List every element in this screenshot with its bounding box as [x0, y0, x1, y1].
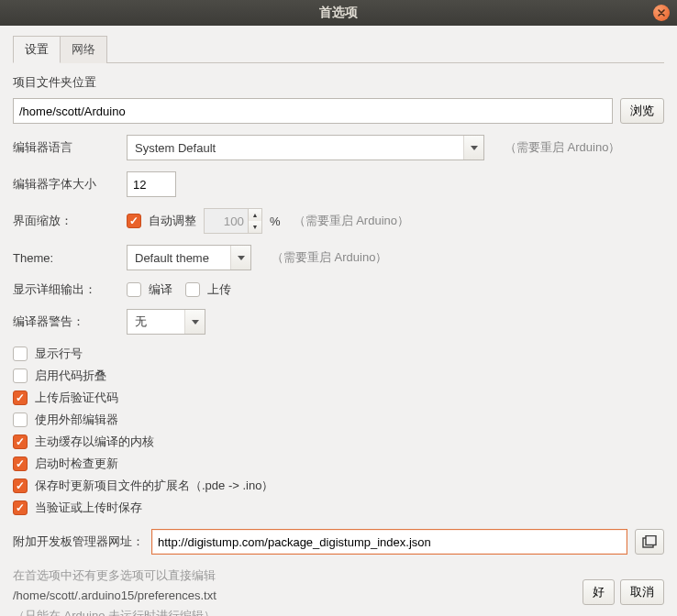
ok-button[interactable]: 好: [583, 579, 615, 605]
dialog-buttons: 好 取消: [583, 579, 664, 605]
theme-label: Theme:: [13, 251, 119, 265]
update-ext-label: 保存时更新项目文件的扩展名（.pde -> .ino）: [35, 478, 273, 494]
scale-spinner[interactable]: ▲ ▼: [204, 208, 262, 234]
tab-settings[interactable]: 设置: [13, 36, 61, 63]
check-updates-checkbox[interactable]: [13, 456, 28, 471]
line-numbers-checkbox[interactable]: [13, 346, 28, 361]
scale-auto-label: 自动调整: [149, 213, 196, 229]
chevron-down-icon: [463, 136, 483, 160]
external-editor-checkbox[interactable]: [13, 412, 28, 427]
preferences-path: /home/scott/.arduino15/preferences.txt: [13, 586, 664, 606]
scale-auto-checkbox[interactable]: [127, 214, 141, 228]
verbose-label: 显示详细输出：: [13, 281, 119, 298]
save-verify-checkbox[interactable]: [13, 500, 28, 515]
scale-value-input: [204, 208, 248, 234]
browse-button[interactable]: 浏览: [620, 98, 664, 124]
boards-url-input[interactable]: [151, 529, 627, 555]
check-updates-label: 启动时检查更新: [35, 456, 118, 472]
tab-network[interactable]: 网络: [61, 36, 107, 63]
svg-rect-1: [646, 536, 656, 545]
title-bar: 首选项: [0, 0, 677, 26]
verbose-compile-label: 编译: [149, 281, 172, 298]
sketchbook-path-input[interactable]: [13, 98, 613, 124]
tab-bar: 设置 网络: [13, 35, 664, 63]
chevron-down-icon: [230, 246, 250, 270]
boards-url-expand-button[interactable]: [635, 529, 664, 555]
verbose-upload-label: 上传: [207, 281, 231, 298]
boards-url-label: 附加开发板管理器网址：: [13, 534, 144, 550]
save-verify-label: 当验证或上传时保存: [35, 500, 142, 516]
verify-upload-checkbox[interactable]: [13, 390, 28, 405]
close-icon: [658, 9, 665, 16]
restart-hint: （需要重启 Arduino）: [294, 213, 409, 229]
editor-language-label: 编辑器语言: [13, 139, 119, 156]
update-ext-checkbox[interactable]: [13, 478, 28, 493]
editor-language-dropdown[interactable]: System Default: [127, 135, 484, 160]
line-numbers-label: 显示行号: [35, 346, 83, 362]
scale-label: 界面缩放：: [13, 213, 119, 229]
footer-note: 在首选项中还有更多选项可以直接编辑 /home/scott/.arduino15…: [13, 566, 664, 616]
verbose-compile-checkbox[interactable]: [127, 282, 141, 297]
code-folding-label: 启用代码折叠: [35, 368, 106, 384]
restart-hint: （需要重启 Arduino）: [505, 139, 620, 156]
verify-upload-label: 上传后验证代码: [35, 390, 118, 406]
code-folding-checkbox[interactable]: [13, 368, 28, 383]
chevron-down-icon: [184, 310, 205, 334]
cancel-button[interactable]: 取消: [620, 579, 664, 605]
cache-cores-checkbox[interactable]: [13, 434, 28, 449]
font-size-input[interactable]: [127, 171, 176, 197]
theme-dropdown[interactable]: Default theme: [127, 245, 251, 270]
spinner-up-icon[interactable]: ▲: [249, 209, 261, 221]
sketchbook-label: 项目文件夹位置: [13, 74, 664, 91]
spinner-down-icon[interactable]: ▼: [249, 221, 261, 233]
font-size-label: 编辑器字体大小: [13, 176, 119, 192]
warnings-dropdown[interactable]: 无: [127, 309, 205, 335]
warnings-label: 编译器警告：: [13, 314, 119, 330]
restart-hint: （需要重启 Arduino）: [272, 249, 387, 266]
close-button[interactable]: [653, 5, 670, 21]
verbose-upload-checkbox[interactable]: [185, 282, 200, 297]
cache-cores-label: 主动缓存以编译的内核: [35, 434, 154, 450]
window-title: 首选项: [319, 5, 358, 21]
new-window-icon: [642, 535, 657, 548]
external-editor-label: 使用外部编辑器: [35, 412, 118, 428]
